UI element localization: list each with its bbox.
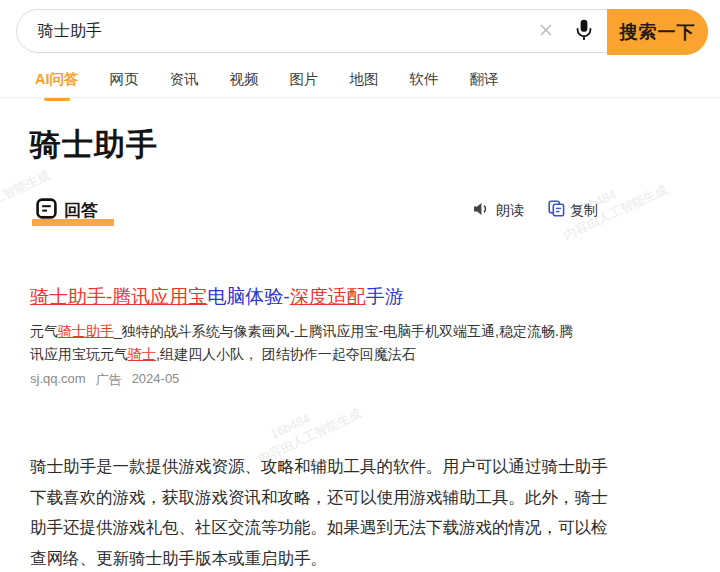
page-title: 骑士助手 bbox=[30, 124, 158, 166]
ad-date: 2024-05 bbox=[132, 371, 180, 389]
ad-title-segment[interactable]: 手游 bbox=[366, 286, 404, 307]
answer-label: 回答 bbox=[64, 199, 98, 222]
answer-actions: 朗读 复制 bbox=[472, 200, 598, 221]
ad-desc-segment: 元气 bbox=[30, 323, 58, 339]
answer-box-icon bbox=[36, 198, 57, 223]
speaker-icon bbox=[472, 201, 491, 221]
voice-search-button[interactable] bbox=[565, 9, 603, 53]
answer-section-label: 回答 bbox=[36, 198, 106, 223]
copy-button[interactable]: 复制 bbox=[548, 200, 598, 221]
clear-x-icon bbox=[538, 22, 554, 41]
ad-title-segment[interactable]: 电脑体验- bbox=[207, 286, 289, 307]
copy-label: 复制 bbox=[570, 202, 598, 220]
ad-source-line: sj.qq.com 广告 2024-05 bbox=[30, 371, 179, 389]
read-aloud-button[interactable]: 朗读 bbox=[472, 201, 524, 221]
search-bar: 骑士助手 搜索一下 bbox=[16, 9, 708, 53]
ad-result-title[interactable]: 骑士助手-腾讯应用宝电脑体验-深度适配手游 bbox=[30, 284, 404, 310]
read-aloud-label: 朗读 bbox=[496, 202, 524, 220]
ad-source-url: sj.qq.com bbox=[30, 371, 86, 389]
ad-badge: 广告 bbox=[96, 371, 122, 389]
search-input[interactable]: 骑士助手 bbox=[17, 21, 527, 42]
tabs-divider bbox=[0, 97, 720, 98]
microphone-icon bbox=[574, 19, 594, 44]
ai-answer-text: 骑士助手是一款提供游戏资源、攻略和辅助工具的软件。用户可以通过骑士助手下载喜欢的… bbox=[30, 451, 614, 572]
answer-toolbar: 回答 朗读 复制 bbox=[0, 198, 720, 226]
ad-title-segment[interactable]: 骑士助手-腾讯应用宝 bbox=[30, 286, 207, 307]
clear-search-button[interactable] bbox=[527, 9, 565, 53]
ad-desc-keyword[interactable]: 骑士助手 bbox=[58, 323, 114, 339]
copy-icon bbox=[548, 200, 565, 221]
ad-title-segment[interactable]: 深度适配 bbox=[290, 286, 366, 307]
ad-desc-keyword[interactable]: 骑士 bbox=[128, 346, 156, 362]
ad-desc-segment: ,组建四人小队， 团结协作一起夺回魔法石 bbox=[156, 346, 416, 362]
search-submit-button[interactable]: 搜索一下 bbox=[607, 9, 708, 55]
ad-result-description: 元气骑士助手_独特的战斗系统与像素画风-上腾讯应用宝-电脑手机双端互通,稳定流畅… bbox=[30, 320, 573, 366]
